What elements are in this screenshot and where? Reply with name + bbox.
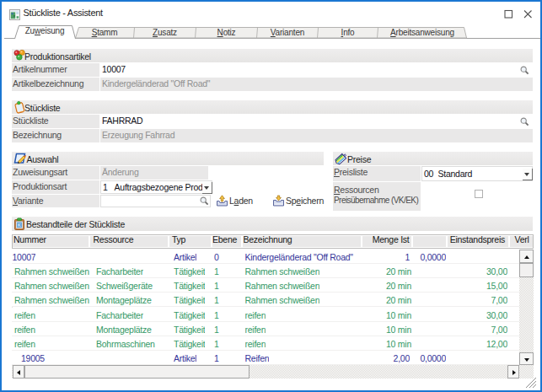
svg-text:K: K xyxy=(18,223,21,228)
